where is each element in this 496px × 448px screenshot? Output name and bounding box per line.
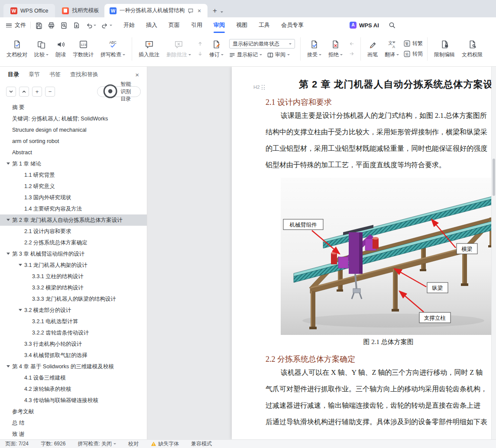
toc-item[interactable]: 1.2 研究意义 [0,181,147,192]
proofread-status[interactable]: 校对 [128,440,139,448]
scrollbar-thumb[interactable] [493,159,495,196]
paragraph-line[interactable]: 后通过导轨滑块机构进行辅助支撑。具体涉及到的设备零部件明细如下表 [266,414,496,430]
toc-item[interactable]: 3.1 龙门机器人构架的设计 [0,260,147,271]
track-changes-button[interactable]: 修订 [207,38,226,60]
chapter-title[interactable]: 第 2 章 龙门机器人自动分拣系统总体方案设计 [299,78,496,91]
paragraph-line[interactable]: 气爪可对塑件进行抓取作业。三个轴方向上的移动均采用齿轮齿条机构， [266,381,496,397]
toc-item[interactable]: 3.2 横走部分的设计 [0,305,147,316]
toc-item[interactable]: 4.2 滚轮轴承的校核 [0,383,147,395]
collapse-triangle-icon[interactable] [6,365,10,367]
paragraph[interactable]: 该课题主要是设计分拣机器人的龙门式结构，如图 2.1.总体方案图所结构中的支撑立… [266,107,496,173]
collapse-triangle-icon[interactable] [6,253,10,255]
marks-state-select[interactable]: 显示标记的最终状态 [229,39,295,49]
paragraph[interactable]: 该机器人可以在 X 轴、Y 轴、Z 轴的三个方向进行移动，同时 Z 轴气爪可对塑… [266,364,496,430]
compatibility-mode-badge[interactable]: 兼容模式 [191,440,212,448]
collapse-triangle-icon[interactable] [6,162,10,165]
doc-proofread-button[interactable]: 文档校对 [4,38,29,60]
toc-item[interactable]: 1.4 主要研究内容及方法 [0,203,147,214]
toc-item[interactable]: 3.2.1 电机选型计算 [0,316,147,327]
zoom-in-button[interactable]: + [32,87,42,97]
toc-item[interactable]: 1.3 国内外研究现状 [0,192,147,203]
figure-image[interactable]: 机械臂组件 横梁 纵梁 支撑立柱 [281,178,496,335]
word-count-button[interactable]: 123 字数统计 [71,38,96,60]
next-change-button[interactable] [347,49,356,58]
document-permission-button[interactable]: 文档权限 [460,38,485,60]
export-pdf-button[interactable] [73,22,80,29]
smart-toc-button[interactable]: 智能识别目录 [97,86,141,97]
file-menu-button[interactable]: 文件 [6,21,26,29]
new-tab-button[interactable]: + [213,7,217,14]
collapse-triangle-icon[interactable] [19,264,22,266]
close-sidebar-icon[interactable]: × [135,71,139,78]
template-doc-tab[interactable]: 找稻壳模板 [57,4,104,17]
print-preview-button[interactable] [60,22,68,29]
redo-button[interactable] [101,22,112,29]
toc-item[interactable]: Abstract [0,147,147,158]
sidebar-tab[interactable]: 目录 [8,71,19,78]
menu-tab[interactable]: 开始 [123,17,135,33]
undo-button[interactable] [85,22,96,29]
toc-item[interactable]: 摘 要 [0,102,147,113]
toc-item[interactable]: 3.3.2 横梁的结构设计 [0,282,147,293]
compare-button[interactable]: 比较 [32,38,51,60]
heading-level-indicator[interactable]: H2 [253,84,265,90]
toc-item[interactable]: 3.2.2 齿轮齿条传动设计 [0,327,147,338]
paragraph-line[interactable]: 该课题主要是设计分拣机器人的龙门式结构，如图 2.1.总体方案图所 [266,107,496,124]
zoom-out-button[interactable]: − [45,87,55,97]
toc-item[interactable]: 3.4 机械臂抓取气缸的选择 [0,350,147,361]
search-button[interactable] [389,22,396,29]
paragraph-line[interactable]: 该机器人可以在 X 轴、Y 轴、Z 轴的三个方向进行移动，同时 Z 轴 [266,364,496,381]
toc-item[interactable]: 3.3.3 龙门机器人的纵梁的结构设计 [0,293,147,305]
toc-item[interactable]: Structure design of mechanical [0,124,147,136]
menu-tab[interactable]: 会员专享 [281,17,304,33]
active-document-tab[interactable]: W 一种分拣机器人机械臂结构设 × [104,4,207,17]
show-marks-button[interactable]: 显示标记 [229,51,262,58]
insert-comment-button[interactable]: 插入批注 [136,38,162,60]
redo-chevron-icon[interactable] [110,25,112,26]
word-count-status[interactable]: 字数: 6926 [41,440,65,448]
menu-tab[interactable]: 视图 [236,17,247,33]
menu-tab[interactable]: 引用 [191,17,202,33]
toc-item[interactable]: 第 2 章 龙门机器人自动分拣系统总体方案设计 [0,214,147,226]
collapse-triangle-icon[interactable] [6,219,10,221]
page-indicator[interactable]: 页面: 7/24 [5,440,29,448]
delete-comment-button[interactable]: 删除批注 [164,38,193,60]
document-page[interactable]: H2 第 2 章 龙门机器人自动分拣系统总体方案设计 2.1 设计内容和要求 该… [232,67,496,439]
toc-item[interactable]: 第 3 章 机械臂运动组件的设计 [0,248,147,260]
toc-item[interactable]: 致 谢 [0,429,147,439]
toc-item[interactable]: 关键词: 分拣机器人; 机械臂; SolidWorks [0,113,147,124]
collapse-triangle-icon[interactable] [19,309,22,311]
toc-item[interactable]: 2.1 设计内容和要求 [0,226,147,237]
save-button[interactable] [35,22,42,29]
toc-item[interactable]: 第 4 章 基于 Solidworks 的三维建模及校核 [0,361,147,372]
to-traditional-button[interactable]: 繁 转繁 [404,39,423,48]
menu-tab[interactable]: 页面 [169,17,180,33]
wps-home-tab[interactable]: W WPS Office [3,4,55,17]
vertical-scrollbar[interactable] [491,67,496,439]
paragraph-line[interactable]: 结构中的支撑立柱由于受力比较大，采用矩形管焊接制作，横梁和纵梁采 [266,124,496,140]
review-pane-button[interactable]: 审阅 [267,51,290,58]
previous-change-button[interactable] [347,39,356,48]
menu-tab[interactable]: 审阅 [214,17,225,33]
paragraph-line[interactable]: 的工业铝型材，采用工业铝型材既能减轻重量，同时也能保证很好的强度 [266,140,496,157]
restrict-editing-button[interactable]: 限制编辑 [432,38,457,60]
translate-button[interactable]: 文A 翻译 [383,38,401,60]
reject-change-button[interactable]: 拒绝 [326,38,345,60]
menu-tab[interactable]: 工具 [259,17,270,33]
toc-item[interactable]: 3.3.1 立柱的结构设计 [0,271,147,282]
toc-item[interactable]: 总 结 [0,417,147,429]
menu-tab[interactable]: 插入 [146,17,157,33]
spell-check-button[interactable]: ABC 拼写检查 [98,38,127,60]
ink-brush-button[interactable]: 画笔 [365,38,380,60]
toc-item[interactable]: 参考文献 [0,406,147,417]
read-aloud-button[interactable]: 朗读 [53,38,68,60]
section-heading-2-2[interactable]: 2.2 分拣系统总体方案确定 [266,354,496,364]
toc-item[interactable]: 4.1 设备三维建模 [0,372,147,383]
tab-list-chevron-icon[interactable] [220,11,223,13]
toc-item[interactable]: 3.3 行走机构小轮的设计 [0,338,147,350]
expand-all-button[interactable] [6,87,16,97]
sidebar-tab[interactable]: 章节 [29,71,40,78]
toc-item[interactable]: 4.3 传动轴与联轴器键连接校核 [0,395,147,406]
print-button[interactable] [48,22,55,29]
drag-handle-icon[interactable] [262,85,265,90]
